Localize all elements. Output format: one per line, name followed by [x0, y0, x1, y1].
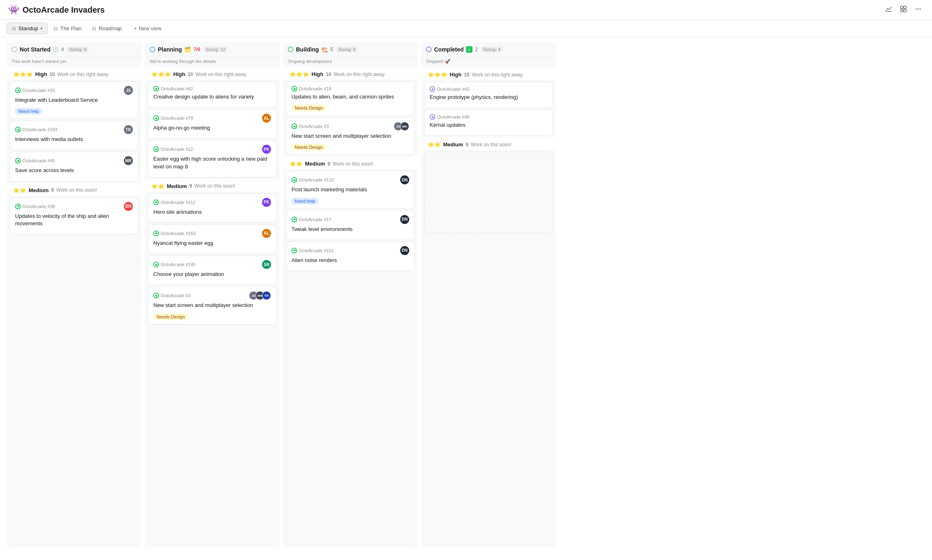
standup-dropdown-icon[interactable]: ▾: [40, 26, 43, 31]
more-options-button[interactable]: [912, 4, 924, 16]
card-not-started-high-2[interactable]: OctoArcade #183 TK Interviews with media…: [10, 121, 138, 150]
medium-label-bld: Medium: [305, 161, 325, 167]
status-icon-p-m2: [153, 231, 159, 236]
card-building-med-1[interactable]: OctoArcade #110 DN Post launch marketing…: [286, 171, 414, 208]
column-subtitle-planning: We're working through the details: [145, 57, 280, 67]
high-stars-plan: ⭐⭐⭐: [151, 71, 171, 77]
high-label-comp: High: [450, 72, 462, 78]
card-completed-high-2[interactable]: OctoArcade #48 Kernal updates: [424, 110, 553, 136]
card-building-med-2[interactable]: OctoArcade #17 DN Tweak level environmen…: [286, 211, 414, 240]
plan-tab-label: The Plan: [60, 25, 81, 31]
avatar-ns-h3: MR: [124, 156, 133, 165]
card-id-b-m3: OctoArcade #101: [291, 248, 334, 253]
svg-rect-3: [901, 9, 903, 12]
tag-b-h1: Needs Design: [291, 105, 326, 111]
card-id-ns-h1: OctoArcade #10: [15, 87, 55, 93]
high-count-plan: 10: [188, 72, 193, 77]
column-title-not-started: Not Started: [20, 46, 50, 53]
standup-tab-icon: ⊟: [12, 26, 16, 31]
card-not-started-high-3[interactable]: OctoArcade #45 MR Save score across leve…: [10, 152, 138, 181]
avatar-b-m2: DN: [400, 215, 409, 224]
group-header-medium-building: ⭐⭐ Medium 9 Work on this soon!: [283, 157, 418, 169]
status-icon-b-h1: [291, 86, 297, 92]
group-header-medium-not-started: ⭐⭐ Medium 9 Work on this soon!: [7, 183, 141, 196]
column-count-planning: 7/6: [193, 47, 200, 52]
new-view-button[interactable]: + New view: [129, 23, 166, 34]
status-icon-b-m3: [291, 248, 297, 253]
column-sizing-completed: Sizing: 4: [481, 47, 502, 52]
medium-label-plan: Medium: [167, 183, 187, 189]
status-icon-p-m3: [153, 262, 159, 267]
card-title-p-m3: Choose your player animation: [153, 271, 271, 278]
medium-desc: Work on this soon!: [56, 187, 97, 193]
column-title-planning: Planning: [158, 46, 182, 53]
tab-roadmap[interactable]: ⊟ Roadmap: [87, 23, 126, 34]
card-title-p-h3: Easter egg with high score unlocking a n…: [153, 155, 271, 170]
card-title-ns-h3: Save score across levels: [15, 167, 133, 174]
card-building-high-2[interactable]: OctoArcade #3 JS MK New start screen and…: [286, 117, 414, 155]
tab-the-plan[interactable]: ⊟ The Plan: [49, 23, 86, 34]
card-id-ns-h3: OctoArcade #45: [15, 158, 55, 164]
group-header-high-completed: ⭐⭐⭐ High 10 Work on this right away.: [421, 67, 556, 80]
grid-icon-button[interactable]: [898, 4, 909, 16]
status-dot-completed: [426, 47, 432, 52]
avatar-b-m1: DN: [400, 175, 409, 184]
card-planning-med-3[interactable]: OctoArcade #145 SR Choose your player an…: [148, 255, 276, 285]
card-title-p-m1: Hero site animations: [153, 208, 271, 216]
status-icon-ns-m1: [15, 204, 21, 209]
medium-desc-bld: Work on this soon!: [333, 161, 373, 167]
card-completed-high-1[interactable]: OctoArcade #42 Engine prototype (physics…: [424, 82, 553, 108]
high-desc: Work on this right away.: [57, 72, 109, 77]
card-planning-high-1[interactable]: OctoArcade #42 Creative design update to…: [148, 81, 276, 108]
card-planning-med-2[interactable]: OctoArcade #183 AL Nyancat flying easter…: [148, 224, 276, 254]
card-not-started-high-1[interactable]: OctoArcade #10 JS Integrate with Leaderb…: [10, 81, 138, 119]
card-id-p-m2: OctoArcade #183: [153, 231, 196, 236]
card-id-text-ns-h2: OctoArcade #183: [22, 127, 58, 132]
card-id-text-c-h1: OctoArcade #42: [437, 87, 470, 92]
tab-standup[interactable]: ⊟ Standup ▾: [7, 22, 48, 34]
card-id-text-p-h1: OctoArcade #42: [161, 86, 193, 91]
app-header: 👾 OctoArcade Invaders: [0, 0, 932, 20]
column-planning: Planning 🗂️ 7/6 Sizing: 12 We're working…: [145, 42, 280, 547]
avatar-p-m3: SR: [262, 260, 271, 269]
chart-icon-button[interactable]: [883, 4, 894, 16]
card-id-text-ns-m1: OctoArcade #38: [22, 204, 55, 209]
card-title-p-h2: Alpha go-no-go meeting: [153, 124, 271, 132]
roadmap-tab-icon: ⊟: [92, 26, 96, 31]
card-planning-high-2[interactable]: OctoArcade #79 AL Alpha go-no-go meeting: [148, 109, 276, 139]
avatar-p-m4-3: TR: [262, 291, 271, 300]
card-planning-med-4[interactable]: OctoArcade #3 JS MK TR New start screen …: [148, 287, 276, 324]
column-body-planning: ⭐⭐⭐ High 10 Work on this right away. Oct…: [145, 67, 280, 547]
new-view-label: New view: [139, 25, 161, 31]
card-id-text-p-m1: OctoArcade #112: [161, 200, 196, 205]
high-stars-bld: ⭐⭐⭐: [289, 71, 309, 77]
card-planning-med-1[interactable]: OctoArcade #112 PK Hero site animations: [148, 193, 276, 223]
card-building-med-3[interactable]: OctoArcade #101 DN Alien noise renders: [286, 242, 414, 271]
card-id-text-b-h2: OctoArcade #3: [299, 124, 329, 129]
card-id-p-h1: OctoArcade #42: [153, 86, 193, 92]
group-header-high-planning: ⭐⭐⭐ High 10 Work on this right away.: [145, 67, 280, 80]
group-header-high-not-started: ⭐⭐⭐ High 10 Work on this right away.: [7, 67, 141, 80]
card-id-text-p-h3: OctoArcade #12: [161, 147, 193, 152]
card-not-started-med-1[interactable]: OctoArcade #38 BN Updates to velocity of…: [10, 197, 138, 234]
status-icon-p-h2: [153, 115, 159, 121]
status-icon-p-h1: [153, 86, 159, 92]
card-id-p-m3: OctoArcade #145: [153, 262, 196, 267]
avatar-p-m2: AL: [262, 229, 271, 238]
app-title: 👾 OctoArcade Invaders: [8, 4, 105, 15]
new-view-plus-icon: +: [134, 25, 137, 31]
completed-check-icon: ✓: [466, 46, 473, 53]
card-title-ns-m1: Updates to velocity of the ship and alie…: [15, 213, 133, 227]
card-id-p-h2: OctoArcade #79: [153, 115, 193, 121]
tag-b-h2: Needs Design: [291, 144, 326, 150]
high-label-bld: High: [311, 71, 323, 77]
card-planning-high-3[interactable]: OctoArcade #12 PK Easter egg with high s…: [148, 140, 276, 177]
card-building-high-1[interactable]: OctoArcade #19 Updates to alien, beam, a…: [286, 81, 414, 116]
high-stars-icon: ⭐⭐⭐: [13, 71, 33, 77]
status-icon-p-h3: [153, 146, 159, 152]
status-icon-p-m1: [153, 199, 159, 205]
high-desc-plan: Work on this right away.: [195, 72, 247, 77]
status-icon-b-m1: [291, 177, 297, 183]
column-subtitle-not-started: This work hasn't started yet: [7, 57, 141, 67]
column-header-not-started: Not Started 🕐 4 Sizing: 8: [7, 42, 141, 57]
